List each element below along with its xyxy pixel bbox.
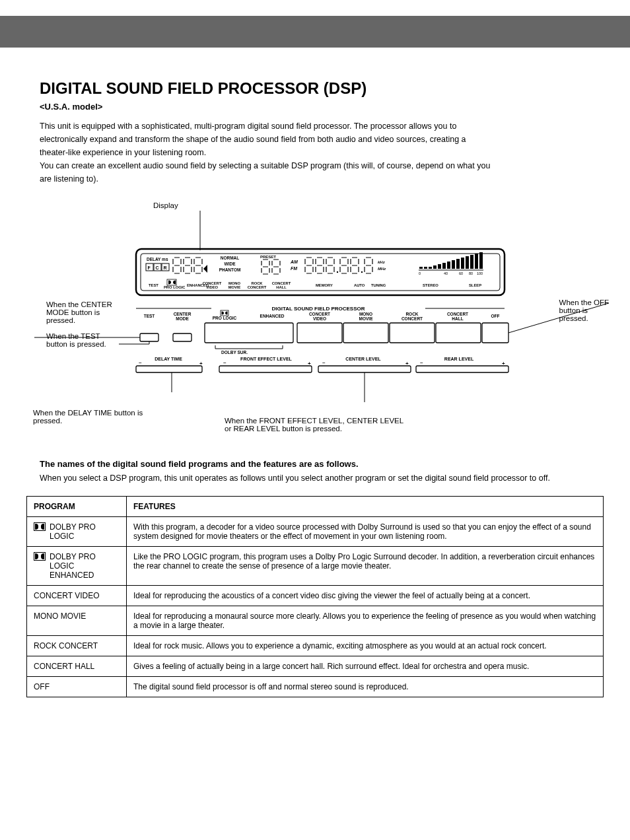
svg-text:PRESET: PRESET xyxy=(260,255,276,259)
svg-text:VIDEO: VIDEO xyxy=(313,316,326,321)
svg-rect-100 xyxy=(318,366,411,372)
model-subtitle: <U.S.A. model> xyxy=(40,102,630,112)
svg-text:TUNING: TUNING xyxy=(371,283,386,287)
prog-desc: Ideal for reproducing a monaural source … xyxy=(127,606,604,636)
callout-delay: When the DELAY TIME button is pressed. xyxy=(33,409,244,425)
prog-name: CONCERT HALL xyxy=(27,656,127,677)
svg-text:TEST: TEST xyxy=(149,283,158,287)
table-row: ROCK CONCERTIdeal for rock music. Allows… xyxy=(27,636,604,656)
svg-text:ENHANCED: ENHANCED xyxy=(260,314,285,318)
dolby-icon xyxy=(34,552,46,561)
intro-line: theater-like experience in your listenin… xyxy=(40,147,590,158)
svg-rect-24 xyxy=(442,263,446,269)
svg-rect-19 xyxy=(419,267,423,269)
svg-text:VIDEO: VIDEO xyxy=(206,285,219,289)
svg-rect-76 xyxy=(205,323,293,343)
programs-heading: The names of the digital sound field pro… xyxy=(40,459,630,469)
intro-line: This unit is equipped with a sophisticat… xyxy=(40,121,590,132)
svg-rect-75 xyxy=(173,333,192,341)
svg-rect-80 xyxy=(436,323,481,343)
svg-text:WIDE: WIDE xyxy=(225,262,236,266)
svg-text:PRO LOGIC: PRO LOGIC xyxy=(213,316,237,320)
svg-text:40: 40 xyxy=(444,271,448,275)
svg-text:CENTER LEVEL: CENTER LEVEL xyxy=(345,357,381,361)
svg-text:100: 100 xyxy=(477,271,483,275)
svg-text:ROCK: ROCK xyxy=(405,312,418,316)
prog-name: MONO MOVIE xyxy=(27,606,127,636)
svg-text:R: R xyxy=(164,265,167,270)
svg-text:–: – xyxy=(322,359,326,365)
svg-rect-31 xyxy=(475,254,478,269)
dolby-icon xyxy=(34,522,46,531)
svg-rect-27 xyxy=(456,259,460,269)
svg-text:CONCERT: CONCERT xyxy=(248,285,267,289)
svg-rect-99 xyxy=(219,366,312,372)
lcd-delay-ms: DELAY ms xyxy=(147,257,168,262)
svg-text:MHz: MHz xyxy=(378,267,386,271)
intro-paragraph: This unit is equipped with a sophisticat… xyxy=(40,121,590,184)
prog-desc: Ideal for reproducing the acoustics of a… xyxy=(127,586,604,606)
svg-text:TEST: TEST xyxy=(144,314,155,318)
table-row: DOLBY PRO LOGIC ENHANCED Like the PRO LO… xyxy=(27,547,604,586)
svg-rect-77 xyxy=(297,323,342,343)
svg-text:REAR LEVEL: REAR LEVEL xyxy=(444,357,474,361)
intro-line: You can create an excellent audio sound … xyxy=(40,160,590,172)
svg-text:DIGITAL SOUND FIELD PROCESSOR: DIGITAL SOUND FIELD PROCESSOR xyxy=(271,306,365,312)
svg-text:NORMAL: NORMAL xyxy=(221,256,240,260)
col-features: FEATURES xyxy=(127,497,604,517)
svg-rect-30 xyxy=(470,255,473,269)
svg-text:C: C xyxy=(156,265,159,270)
intro-line: electronically expand and transform the … xyxy=(40,134,590,145)
svg-point-16 xyxy=(361,271,363,273)
table-row: MONO MOVIEIdeal for reproducing a monaur… xyxy=(27,606,604,636)
svg-text:CONCERT: CONCERT xyxy=(447,312,468,316)
svg-text:CENTER: CENTER xyxy=(174,312,192,316)
svg-rect-20 xyxy=(424,267,427,269)
page-title: DIGITAL SOUND FIELD PROCESSOR (DSP) xyxy=(40,79,630,98)
svg-text:AUTO: AUTO xyxy=(354,283,365,287)
svg-text:HALL: HALL xyxy=(452,316,463,321)
svg-rect-26 xyxy=(452,260,455,269)
svg-rect-21 xyxy=(429,267,432,269)
prog-name: ROCK CONCERT xyxy=(27,636,127,656)
display-label: Display xyxy=(153,201,630,209)
prog-name: DOLBY PRO LOGIC xyxy=(50,522,120,541)
svg-text:0: 0 xyxy=(419,271,421,275)
svg-text:–: – xyxy=(223,359,227,365)
svg-rect-79 xyxy=(390,323,435,343)
svg-rect-78 xyxy=(343,323,388,343)
svg-text:60: 60 xyxy=(459,271,463,275)
prog-desc: Gives a feeling of actually being in a l… xyxy=(127,656,604,677)
svg-text:PHANTOM: PHANTOM xyxy=(219,267,241,272)
svg-rect-101 xyxy=(416,366,508,372)
svg-text:–: – xyxy=(420,359,423,365)
svg-text:FM: FM xyxy=(291,266,297,271)
prog-name: DOLBY PRO LOGIC ENHANCED xyxy=(50,552,120,580)
svg-point-15 xyxy=(337,271,338,273)
callout-center-mode: When the CENTER MODE button is pressed. xyxy=(46,300,112,324)
programs-intro: When you select a DSP program, this unit… xyxy=(40,473,590,484)
svg-rect-28 xyxy=(461,258,464,269)
svg-rect-81 xyxy=(482,323,508,343)
header-bar xyxy=(0,16,630,48)
svg-rect-25 xyxy=(447,262,450,269)
svg-text:MODE: MODE xyxy=(176,316,189,321)
svg-rect-98 xyxy=(136,366,202,372)
svg-text:CONCERT: CONCERT xyxy=(402,316,423,321)
table-row: DOLBY PRO LOGIC With this program, a dec… xyxy=(27,517,604,547)
svg-rect-22 xyxy=(433,265,437,269)
table-row: CONCERT HALLGives a feeling of actually … xyxy=(27,656,604,677)
svg-text:PRO LOGIC: PRO LOGIC xyxy=(164,285,186,289)
svg-text:80: 80 xyxy=(469,271,473,275)
callout-off: When the OFF button is pressed. xyxy=(559,298,609,322)
prog-desc: Ideal for rock music. Allows you to expe… xyxy=(127,636,604,656)
svg-text:kHz: kHz xyxy=(378,260,385,264)
svg-text:MOVIE: MOVIE xyxy=(359,316,374,321)
device-panel: DELAY ms F C R NORMAL WIDE PHANTOM PRESE… xyxy=(0,211,630,402)
svg-text:MONO: MONO xyxy=(359,312,372,316)
svg-rect-74 xyxy=(140,333,158,341)
svg-rect-29 xyxy=(466,256,469,269)
svg-text:OFF: OFF xyxy=(491,314,500,318)
intro-line: are listening to). xyxy=(40,174,590,185)
svg-text:MEMORY: MEMORY xyxy=(316,283,333,287)
